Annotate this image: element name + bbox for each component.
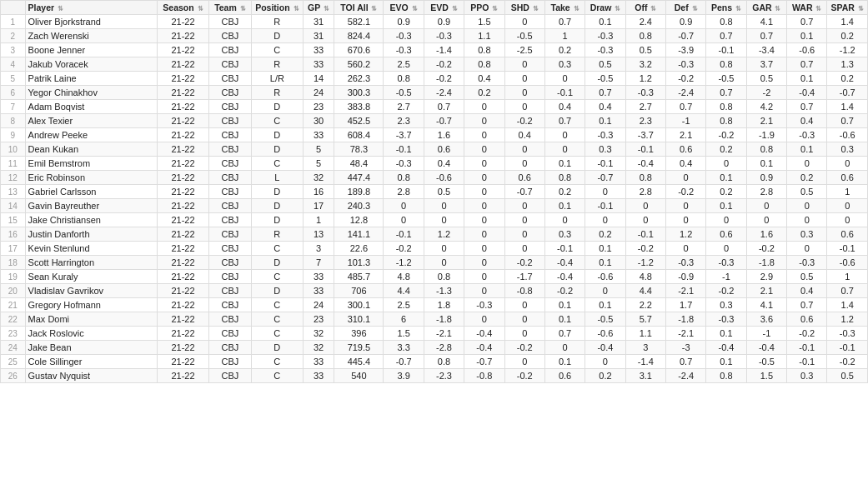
sort-icon: ⇅ <box>324 5 329 12</box>
col-header-pens[interactable]: Pens ⇅ <box>706 1 746 15</box>
cell-spar: 0 <box>827 157 868 171</box>
col-header-position[interactable]: Position ⇅ <box>251 1 303 15</box>
col-header-gp[interactable]: GP ⇅ <box>303 1 334 15</box>
cell-pens: 0.6 <box>706 227 746 242</box>
cell-spar: -0.1 <box>827 341 868 355</box>
cell-spar: 1.4 <box>827 15 868 29</box>
cell-ppo: -0.7 <box>464 355 504 369</box>
col-header-ppo[interactable]: PPO ⇅ <box>464 1 504 15</box>
table-row: 17Kevin Stenlund21-22CBJC322.6-0.2000-0.… <box>1 242 868 256</box>
cell-team: CBJ <box>208 199 251 213</box>
cell-gp: 33 <box>303 57 334 72</box>
cell-take: 0.2 <box>544 185 585 199</box>
col-header-gar[interactable]: GAR ⇅ <box>746 1 786 15</box>
cell-evo: 2.8 <box>384 185 424 199</box>
col-header-shd[interactable]: SHD ⇅ <box>504 1 544 15</box>
col-header-toi_all[interactable]: TOI All ⇅ <box>334 1 384 15</box>
cell-shd: -0.5 <box>504 29 544 43</box>
table-row: 14Gavin Bayreuther21-22CBJD17240.300000.… <box>1 199 868 213</box>
col-header-player[interactable]: Player ⇅ <box>25 1 158 15</box>
cell-pens: 0.1 <box>706 327 746 341</box>
cell-pens: 0 <box>706 213 746 227</box>
cell-evo: -0.3 <box>384 157 424 171</box>
cell-def: -1 <box>665 114 705 128</box>
col-header-def[interactable]: Def ⇅ <box>665 1 705 15</box>
cell-gp: 1 <box>303 213 334 227</box>
cell-evd: 1.2 <box>424 227 464 242</box>
cell-player: Eric Robinson <box>25 171 158 185</box>
cell-evo: 3.3 <box>384 341 424 355</box>
cell-player: Justin Danforth <box>25 227 158 242</box>
cell-shd: -1.7 <box>504 270 544 284</box>
cell-toi_all: 48.4 <box>334 157 384 171</box>
cell-num: 1 <box>1 15 26 29</box>
cell-def: 0 <box>665 199 705 213</box>
cell-gp: 33 <box>303 355 334 369</box>
cell-season: 21-22 <box>158 15 209 29</box>
cell-pens: 0.8 <box>706 100 746 114</box>
cell-draw: -0.5 <box>585 72 625 86</box>
table-row: 11Emil Bemstrom21-22CBJC548.4-0.30.4000.… <box>1 157 868 171</box>
table-row: 16Justin Danforth21-22CBJR13141.1-0.11.2… <box>1 227 868 242</box>
cell-num: 22 <box>1 312 26 327</box>
cell-gar: 2.9 <box>746 270 786 284</box>
cell-toi_all: 445.4 <box>334 355 384 369</box>
cell-draw: 0.1 <box>585 298 625 312</box>
cell-war: -0.6 <box>787 43 827 57</box>
cell-team: CBJ <box>208 142 251 157</box>
cell-war: 0.3 <box>787 369 827 383</box>
cell-shd: 0.4 <box>504 128 544 142</box>
cell-team: CBJ <box>208 128 251 142</box>
sort-icon: ⇅ <box>452 5 458 12</box>
cell-evo: -0.1 <box>384 227 424 242</box>
cell-ppo: 0 <box>464 227 504 242</box>
cell-pens: -0.1 <box>706 43 746 57</box>
cell-war: -0.1 <box>787 355 827 369</box>
cell-gp: 3 <box>303 242 334 256</box>
cell-position: R <box>251 15 303 29</box>
cell-war: -0.1 <box>787 341 827 355</box>
cell-spar: 0.2 <box>827 29 868 43</box>
cell-spar: 0.6 <box>827 171 868 185</box>
cell-pens: -0.2 <box>706 284 746 298</box>
cell-position: D <box>251 142 303 157</box>
col-header-season[interactable]: Season ⇅ <box>158 1 209 15</box>
cell-evo: -3.7 <box>384 128 424 142</box>
cell-team: CBJ <box>208 29 251 43</box>
cell-evd: 0.9 <box>424 15 464 29</box>
cell-num: 23 <box>1 327 26 341</box>
cell-season: 21-22 <box>158 298 209 312</box>
cell-player: Jake Bean <box>25 341 158 355</box>
cell-evd: -0.2 <box>424 57 464 72</box>
sort-icon: ⇅ <box>650 5 656 12</box>
col-header-evo[interactable]: EVO ⇅ <box>384 1 424 15</box>
cell-gar: 3.6 <box>746 312 786 327</box>
cell-team: CBJ <box>208 256 251 270</box>
cell-def: -0.3 <box>665 256 705 270</box>
col-header-draw[interactable]: Draw ⇅ <box>585 1 625 15</box>
cell-num: 4 <box>1 57 26 72</box>
col-header-take[interactable]: Take ⇅ <box>544 1 585 15</box>
cell-position: C <box>251 327 303 341</box>
cell-pens: -0.3 <box>706 256 746 270</box>
cell-gp: 14 <box>303 72 334 86</box>
col-header-spar[interactable]: SPAR ⇅ <box>827 1 868 15</box>
col-header-num[interactable] <box>1 1 26 15</box>
cell-off: 0 <box>625 213 665 227</box>
cell-gar: 0.1 <box>746 157 786 171</box>
col-header-war[interactable]: WAR ⇅ <box>787 1 827 15</box>
cell-off: -1.2 <box>625 256 665 270</box>
cell-num: 3 <box>1 43 26 57</box>
table-header: Player ⇅Season ⇅Team ⇅Position ⇅GP ⇅TOI … <box>1 1 868 15</box>
cell-draw: 0.3 <box>585 142 625 157</box>
col-header-team[interactable]: Team ⇅ <box>208 1 251 15</box>
cell-gp: 17 <box>303 199 334 213</box>
cell-gp: 16 <box>303 185 334 199</box>
cell-off: 1.1 <box>625 327 665 341</box>
cell-pens: 0.1 <box>706 199 746 213</box>
col-header-evd[interactable]: EVD ⇅ <box>424 1 464 15</box>
cell-draw: 0.1 <box>585 242 625 256</box>
table-row: 19Sean Kuraly21-22CBJC33485.74.80.80-1.7… <box>1 270 868 284</box>
col-header-off[interactable]: Off ⇅ <box>625 1 665 15</box>
cell-evo: -0.3 <box>384 43 424 57</box>
